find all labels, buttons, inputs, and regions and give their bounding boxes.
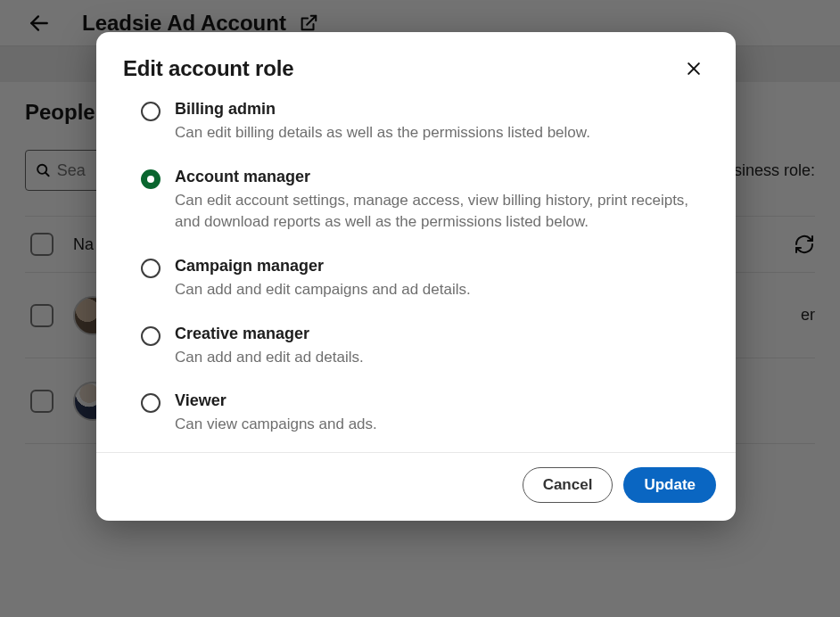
role-option-label: Creative manager — [175, 325, 709, 343]
radio-icon — [141, 169, 161, 189]
radio-icon — [141, 393, 161, 413]
role-option-desc: Can add and edit ad details. — [175, 347, 709, 369]
role-option-label: Viewer — [175, 391, 709, 410]
role-option-campaign-manager[interactable]: Campaign manager Can add and edit campai… — [141, 257, 709, 301]
role-option-label: Billing admin — [175, 100, 709, 119]
role-option-billing-admin[interactable]: Billing admin Can edit billing details a… — [141, 100, 709, 144]
role-option-label: Account manager — [175, 168, 709, 186]
edit-role-modal: Edit account role Billing admin Can edit… — [96, 32, 736, 521]
role-option-creative-manager[interactable]: Creative manager Can add and edit ad det… — [141, 325, 709, 369]
close-icon — [685, 60, 703, 78]
role-option-desc: Can view campaigns and ads. — [175, 414, 709, 436]
role-option-desc: Can add and edit campaigns and ad detail… — [175, 279, 709, 301]
radio-icon — [141, 102, 161, 121]
role-option-desc: Can edit billing details as well as the … — [175, 122, 709, 144]
role-option-viewer[interactable]: Viewer Can view campaigns and ads. — [141, 391, 709, 436]
radio-icon — [141, 326, 161, 346]
radio-icon — [141, 259, 161, 278]
role-option-desc: Can edit account settings, manage access… — [175, 190, 709, 234]
role-option-account-manager[interactable]: Account manager Can edit account setting… — [141, 168, 709, 234]
role-option-label: Campaign manager — [175, 257, 709, 276]
cancel-button[interactable]: Cancel — [523, 467, 614, 503]
modal-title: Edit account role — [123, 56, 293, 81]
update-button[interactable]: Update — [623, 467, 716, 503]
close-button[interactable] — [679, 53, 709, 84]
